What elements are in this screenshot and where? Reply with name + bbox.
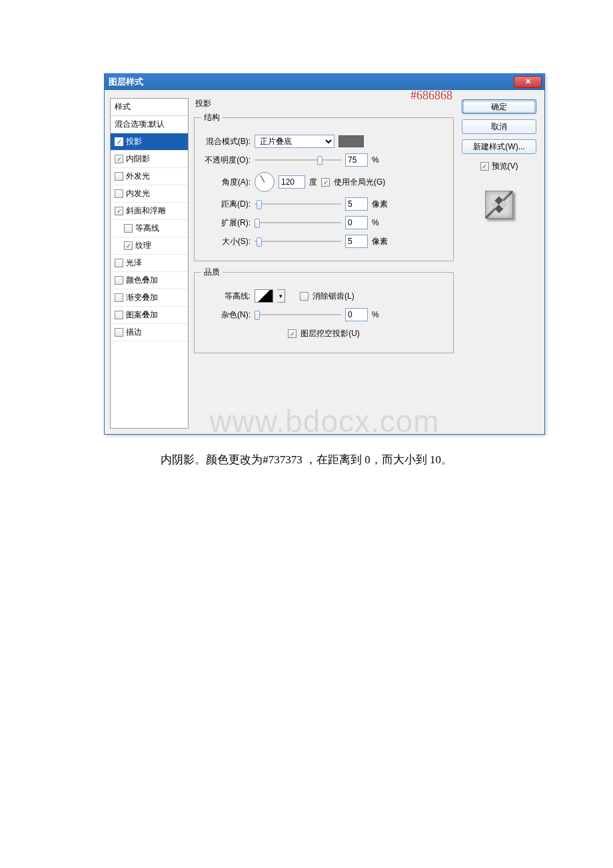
style-item-10[interactable]: 渐变叠加 [111, 289, 188, 307]
size-slider[interactable] [255, 239, 341, 243]
style-checkbox[interactable]: ✓ [115, 137, 123, 146]
style-item-0[interactable]: 混合选项:默认 [111, 116, 188, 133]
style-item-12[interactable]: 描边 [111, 324, 188, 341]
spread-unit: % [372, 218, 379, 227]
distance-label: 距离(D): [201, 199, 251, 210]
style-item-3[interactable]: 外发光 [111, 168, 188, 185]
style-item-label: 外发光 [126, 171, 150, 182]
distance-input[interactable] [345, 197, 368, 211]
preview-checkbox[interactable]: ✓ [480, 162, 489, 171]
style-item-label: 内发光 [126, 188, 150, 199]
structure-legend: 结构 [201, 112, 223, 123]
style-item-label: 颜色叠加 [126, 275, 158, 286]
angle-unit: 度 [309, 177, 317, 188]
noise-slider[interactable] [255, 313, 341, 317]
contour-swatch[interactable] [255, 289, 273, 303]
titlebar: 图层样式 ✕ [105, 74, 544, 90]
close-button[interactable]: ✕ [514, 76, 542, 88]
button-column: 确定 取消 新建样式(W)... ✓ 预览(V) [459, 98, 539, 429]
noise-label: 杂色(N): [201, 309, 251, 321]
style-item-label: 描边 [126, 327, 142, 338]
style-item-9[interactable]: 颜色叠加 [111, 272, 188, 289]
page-caption: 内阴影。颜色更改为#737373 ，在距离到 0，而大小到 10。 [0, 452, 613, 467]
quality-group: 品质 等高线: ▾ 消除锯齿(L) 杂色(N): % [194, 267, 454, 353]
size-input[interactable] [345, 235, 368, 248]
settings-panel: #686868 投影 结构 混合模式(B): 正片叠底 不透明度(O): [194, 98, 454, 429]
size-label: 大小(S): [201, 236, 251, 247]
structure-group: 结构 混合模式(B): 正片叠底 不透明度(O): % [194, 112, 454, 261]
cancel-button[interactable]: 取消 [462, 119, 536, 134]
contour-dropdown[interactable]: ▾ [277, 289, 285, 303]
noise-unit: % [372, 310, 379, 319]
style-checkbox[interactable] [115, 328, 123, 337]
opacity-label: 不透明度(O): [201, 155, 251, 166]
style-item-4[interactable]: 内发光 [111, 185, 188, 203]
style-checkbox[interactable]: ✓ [115, 207, 123, 215]
antialias-checkbox[interactable] [300, 292, 308, 301]
angle-label: 角度(A): [201, 177, 251, 188]
style-item-label: 纹理 [135, 240, 151, 251]
spread-slider[interactable] [255, 221, 341, 225]
ok-button[interactable]: 确定 [462, 99, 536, 114]
spread-input[interactable] [345, 216, 368, 229]
style-checkbox[interactable] [115, 189, 123, 198]
new-style-button[interactable]: 新建样式(W)... [462, 139, 536, 154]
style-item-8[interactable]: 光泽 [111, 255, 188, 272]
styles-header: 样式 [111, 99, 188, 116]
spread-label: 扩展(R): [201, 217, 251, 229]
opacity-input[interactable] [345, 153, 368, 167]
knockout-label: 图层挖空投影(U) [301, 328, 360, 339]
noise-input[interactable] [345, 308, 368, 321]
style-item-1[interactable]: ✓投影 [111, 133, 188, 151]
style-checkbox[interactable] [115, 259, 123, 267]
layer-style-dialog: 图层样式 ✕ 样式 混合选项:默认✓投影✓内阴影外发光内发光✓斜面和浮雕等高线✓… [104, 73, 545, 435]
style-item-2[interactable]: ✓内阴影 [111, 151, 188, 168]
style-item-label: 图案叠加 [126, 309, 158, 321]
contour-label: 等高线: [201, 291, 251, 302]
style-item-label: 投影 [126, 136, 142, 147]
blend-mode-label: 混合模式(B): [201, 136, 251, 147]
blend-mode-select[interactable]: 正片叠底 [255, 135, 334, 148]
style-item-label: 渐变叠加 [126, 292, 158, 303]
angle-dial[interactable] [255, 172, 275, 192]
antialias-label: 消除锯齿(L) [312, 291, 354, 302]
preview-label: 预览(V) [492, 161, 518, 172]
angle-input[interactable] [279, 175, 305, 189]
shadow-color-swatch[interactable] [338, 135, 364, 147]
style-item-label: 混合选项:默认 [115, 119, 165, 130]
style-checkbox[interactable] [115, 293, 123, 302]
style-checkbox[interactable]: ✓ [115, 155, 123, 163]
style-item-5[interactable]: ✓斜面和浮雕 [111, 203, 188, 220]
style-item-label: 内阴影 [126, 153, 150, 165]
opacity-slider[interactable] [255, 158, 341, 162]
global-light-label: 使用全局光(G) [334, 177, 385, 188]
style-checkbox[interactable]: ✓ [124, 241, 133, 250]
style-checkbox[interactable] [115, 276, 123, 285]
style-item-11[interactable]: 图案叠加 [111, 307, 188, 324]
style-item-label: 斜面和浮雕 [126, 205, 166, 217]
quality-legend: 品质 [201, 267, 223, 278]
distance-slider[interactable] [255, 202, 341, 206]
style-item-label: 光泽 [126, 257, 142, 269]
styles-list: 样式 混合选项:默认✓投影✓内阴影外发光内发光✓斜面和浮雕等高线✓纹理光泽颜色叠… [110, 98, 189, 429]
hex-annotation: #686868 [410, 89, 452, 103]
style-item-label: 等高线 [135, 223, 159, 234]
style-checkbox[interactable] [115, 311, 123, 319]
style-checkbox[interactable] [115, 172, 123, 181]
opacity-unit: % [372, 155, 379, 165]
dialog-title: 图层样式 [109, 76, 143, 88]
knockout-checkbox[interactable]: ✓ [288, 329, 297, 338]
style-item-6[interactable]: 等高线 [111, 220, 188, 237]
style-item-7[interactable]: ✓纹理 [111, 237, 188, 255]
preview-swatch [485, 191, 513, 219]
style-checkbox[interactable] [124, 224, 133, 233]
global-light-checkbox[interactable]: ✓ [321, 178, 330, 187]
size-unit: 像素 [372, 236, 388, 247]
distance-unit: 像素 [372, 199, 388, 210]
